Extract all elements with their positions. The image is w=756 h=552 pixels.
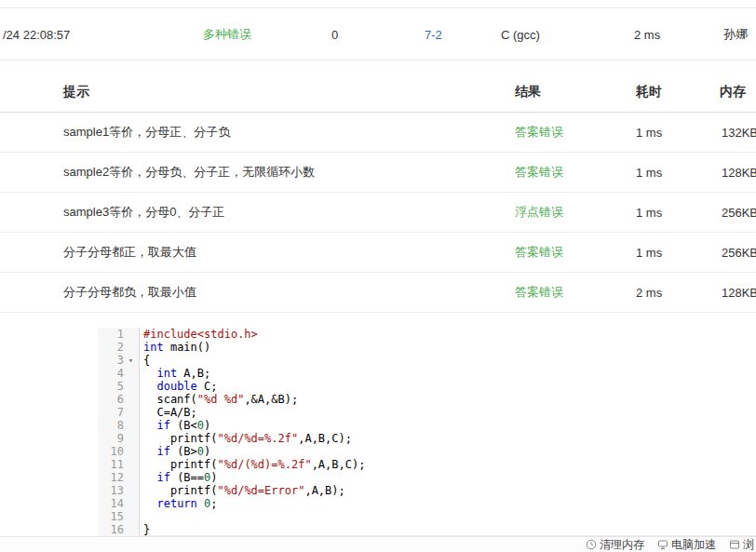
pc-speedup-button[interactable]: 电脑加速 <box>657 537 716 552</box>
submission-detail-page: /24 22:08:57 多种错误 0 7-2 C (gcc) 2 ms 孙娜 … <box>0 0 756 552</box>
line-number: 11 <box>98 458 124 471</box>
line-number-gutter: 6 <box>98 393 140 406</box>
testcase-result: 答案错误 <box>515 164 563 181</box>
code-text: } <box>140 523 150 536</box>
line-number-gutter: 3▾ <box>98 354 140 367</box>
problem-link[interactable]: 7-2 <box>425 27 442 41</box>
code-text: printf("%d/(%d)=%.2f",A,B,C); <box>140 458 365 471</box>
testcase-hint: 分子分母都正，取最大值 <box>63 244 196 261</box>
header-memory: 内存 <box>720 84 746 101</box>
fold-gutter-spacer <box>124 341 138 354</box>
submission-status: 多种错误 <box>203 26 251 43</box>
line-number-gutter: 10 <box>98 445 140 458</box>
line-number-gutter: 4 <box>98 367 140 380</box>
line-number: 4 <box>98 367 124 380</box>
fold-gutter-spacer <box>124 367 138 380</box>
code-text: printf("%d/%d=Error",A,B); <box>140 484 345 497</box>
testcase-hint: sample1等价，分母正、分子负 <box>63 124 230 141</box>
line-number: 12 <box>98 471 124 484</box>
testcase-time: 1 ms <box>636 206 662 220</box>
testcase-result: 答案错误 <box>515 124 563 141</box>
line-number-gutter: 5 <box>98 380 140 393</box>
code-text: int A,B; <box>140 367 210 380</box>
submission-compiler: C (gcc) <box>501 27 540 41</box>
code-text: return 0; <box>140 497 218 510</box>
code-text: if (B>0) <box>140 445 210 458</box>
testcase-table-header: 提示 结果 耗时 内存 <box>0 73 756 113</box>
code-line: 3▾{ <box>98 354 756 367</box>
line-number: 5 <box>98 380 124 393</box>
header-result: 结果 <box>515 84 541 101</box>
testcase-time: 1 ms <box>636 126 662 140</box>
submission-user: 孙娜 <box>723 26 748 43</box>
code-text: double C; <box>140 380 218 393</box>
fold-gutter-spacer <box>124 445 138 458</box>
line-number: 15 <box>98 510 124 523</box>
fold-gutter-spacer <box>124 497 138 510</box>
testcase-row: 分子分母都正，取最大值 答案错误 1 ms 256KB <box>0 233 756 273</box>
line-number-gutter: 7 <box>98 406 140 419</box>
clean-memory-label: 清理内存 <box>600 537 644 552</box>
code-line: 16} <box>98 523 756 536</box>
submission-time: /24 22:08:57 <box>3 27 70 41</box>
fold-gutter-spacer <box>124 510 138 523</box>
testcase-time: 1 ms <box>636 166 662 180</box>
fold-gutter-spacer <box>124 458 138 471</box>
code-text: printf("%d/%d=%.2f",A,B,C); <box>140 432 352 445</box>
fold-arrow-icon[interactable]: ▾ <box>124 354 138 367</box>
fold-gutter-spacer <box>124 419 138 432</box>
code-line: 15 <box>98 510 756 523</box>
fold-gutter-spacer <box>124 484 138 497</box>
code-line: 6 scanf("%d %d",&A,&B); <box>98 393 756 406</box>
line-number: 14 <box>98 497 124 510</box>
code-line: 13 printf("%d/%d=Error",A,B); <box>98 484 756 497</box>
testcase-memory: 128KB <box>722 166 756 180</box>
fold-gutter-spacer <box>124 328 138 341</box>
testcase-memory: 256KB <box>722 206 756 220</box>
browser-tools-button[interactable]: 浏 <box>729 537 754 552</box>
line-number-gutter: 8 <box>98 419 140 432</box>
line-number: 13 <box>98 484 124 497</box>
line-number-gutter: 14 <box>98 497 140 510</box>
line-number-gutter: 2 <box>98 341 140 354</box>
line-number: 3 <box>98 354 124 367</box>
fold-gutter-spacer <box>124 393 138 406</box>
pc-speedup-label: 电脑加速 <box>671 537 716 552</box>
testcase-time: 2 ms <box>636 286 662 300</box>
code-editor[interactable]: 1#include<stdio.h>2int main()3▾{4 int A,… <box>98 328 756 536</box>
browser-toolbar: 清理内存 电脑加速 浏 <box>0 536 756 552</box>
testcase-memory: 128KB <box>722 286 756 300</box>
fold-gutter-spacer <box>124 432 138 445</box>
testcase-hint: sample3等价，分母0、分子正 <box>63 204 224 221</box>
code-text: { <box>140 354 150 367</box>
submission-summary-row: /24 22:08:57 多种错误 0 7-2 C (gcc) 2 ms 孙娜 <box>0 7 756 61</box>
fold-gutter-spacer <box>124 380 138 393</box>
testcase-result: 答案错误 <box>515 284 563 301</box>
testcase-memory: 132KB <box>722 126 756 140</box>
line-number-gutter: 12 <box>98 471 140 484</box>
testcase-result: 答案错误 <box>515 244 563 261</box>
code-text: int main() <box>140 341 210 354</box>
line-number: 6 <box>98 393 124 406</box>
line-number: 7 <box>98 406 124 419</box>
line-number: 16 <box>98 523 124 536</box>
code-line: 12 if (B==0) <box>98 471 756 484</box>
line-number: 9 <box>98 432 124 445</box>
testcase-row: 分子分母都负，取最小值 答案错误 2 ms 128KB <box>0 273 756 313</box>
code-text <box>140 510 143 523</box>
line-number-gutter: 11 <box>98 458 140 471</box>
submission-elapsed: 2 ms <box>634 27 660 41</box>
code-text: if (B==0) <box>140 471 218 484</box>
code-line: 11 printf("%d/(%d)=%.2f",A,B,C); <box>98 458 756 471</box>
line-number: 10 <box>98 445 124 458</box>
line-number-gutter: 16 <box>98 523 140 536</box>
code-line: 5 double C; <box>98 380 756 393</box>
code-line: 14 return 0; <box>98 497 756 510</box>
testcase-hint: sample2等价，分母负、分子正，无限循环小数 <box>63 164 315 181</box>
code-line: 4 int A,B; <box>98 367 756 380</box>
submission-score: 0 <box>331 27 338 41</box>
browser-icon <box>729 539 740 550</box>
clean-memory-button[interactable]: 清理内存 <box>586 537 644 552</box>
testcase-row: sample3等价，分母0、分子正 浮点错误 1 ms 256KB <box>0 193 756 233</box>
code-text: C=A/B; <box>140 406 197 419</box>
